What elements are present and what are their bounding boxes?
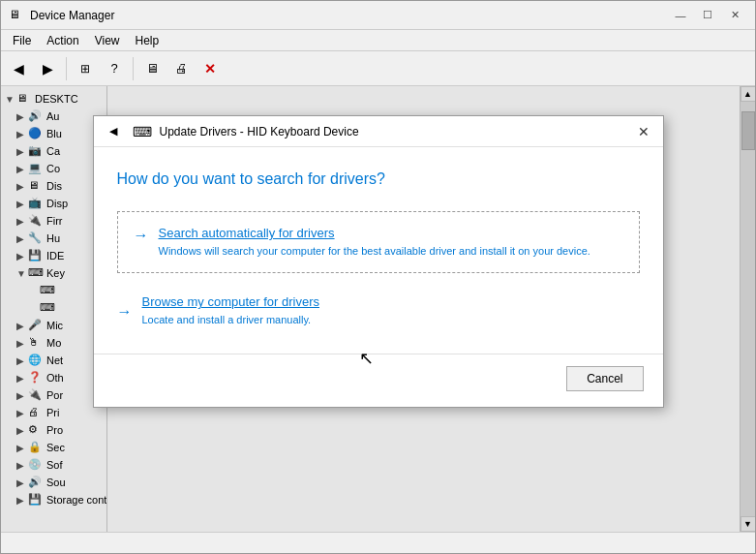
auto-search-option[interactable]: → Search automatically for drivers Windo… [117,211,640,273]
toolbar-computer[interactable]: 🖥 [138,55,166,82]
main-window: 🖥 Device Manager — ☐ ✕ File Action View … [0,0,756,554]
toolbar-separator-1 [66,57,67,80]
title-bar-left: 🖥 Device Manager [9,8,114,23]
menu-help[interactable]: Help [128,32,167,49]
title-bar-controls: — ☐ ✕ [668,6,747,25]
minimize-button[interactable]: — [668,6,693,25]
menu-action[interactable]: Action [39,32,86,49]
toolbar-forward[interactable]: ▶ [34,55,61,82]
status-bar [1,532,755,553]
browse-link[interactable]: Browse my computer for drivers [142,294,320,309]
option2-content: Browse my computer for drivers Locate an… [142,294,320,327]
auto-search-description: Windows will search your computer for th… [159,245,590,257]
dialog-question: How do you want to search for drivers? [117,170,640,188]
modal-overlay: ◀ ⌨ Update Drivers - HID Keyboard Device… [1,86,755,532]
dialog-keyboard-icon: ⌨ [133,124,152,139]
option2-arrow-icon: → [117,303,133,321]
cancel-button[interactable]: Cancel [566,366,643,391]
auto-search-link[interactable]: Search automatically for drivers [159,226,590,240]
toolbar-properties[interactable]: ⊞ [72,55,99,82]
toolbar-scan[interactable]: 🖨 [167,55,195,82]
dialog-body: How do you want to search for drivers? →… [94,147,663,354]
dialog-close-button[interactable]: ✕ [632,120,655,143]
dialog-footer: Cancel [94,354,663,407]
content-area: ▼ 🖥 DESKTC ▶ 🔊 Au ▶ 🔵 Blu ▶ 📷 Ca ▶ [1,86,755,532]
title-bar: 🖥 Device Manager — ☐ ✕ [1,1,755,30]
dialog-titlebar: ◀ ⌨ Update Drivers - HID Keyboard Device… [94,116,663,147]
dialog-titlebar-left: ◀ ⌨ Update Drivers - HID Keyboard Device [102,120,359,143]
toolbar-help[interactable]: ? [101,55,128,82]
option1-content: Search automatically for drivers Windows… [159,226,590,259]
option1-row: → Search automatically for drivers Windo… [134,226,623,259]
toolbar: ◀ ▶ ⊞ ? 🖥 🖨 ✕ [1,51,755,86]
toolbar-back[interactable]: ◀ [5,55,32,82]
maximize-button[interactable]: ☐ [695,6,720,25]
toolbar-remove[interactable]: ✕ [197,55,224,82]
menu-file[interactable]: File [5,32,39,49]
dialog-back-button[interactable]: ◀ [102,120,125,143]
window-title: Device Manager [30,9,114,22]
option1-arrow-icon: → [134,227,149,244]
toolbar-separator-2 [133,57,134,80]
app-icon: 🖥 [9,8,24,23]
dialog-title: Update Drivers - HID Keyboard Device [160,125,359,138]
menu-bar: File Action View Help [1,30,755,51]
update-drivers-dialog: ◀ ⌨ Update Drivers - HID Keyboard Device… [93,115,664,408]
browse-option[interactable]: → Browse my computer for drivers Locate … [117,289,640,333]
menu-view[interactable]: View [87,32,128,49]
close-button[interactable]: ✕ [722,6,747,25]
browse-description: Locate and install a driver manually. [142,314,312,325]
